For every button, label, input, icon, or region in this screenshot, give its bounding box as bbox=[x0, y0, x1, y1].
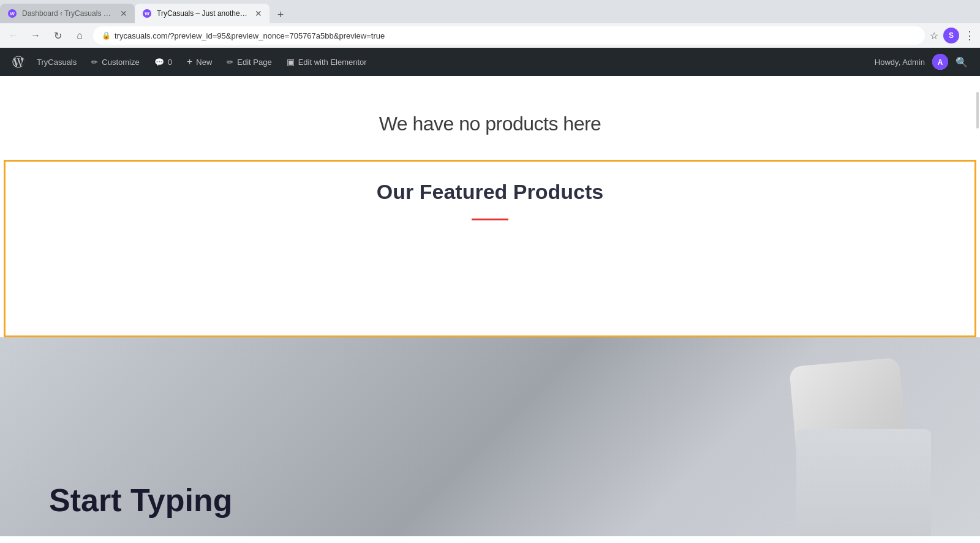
wp-search-button[interactable]: 🔍 bbox=[951, 48, 973, 76]
new-tab-button[interactable]: + bbox=[272, 6, 289, 23]
svg-text:W: W bbox=[10, 11, 15, 17]
elementor-label: Edit with Elementor bbox=[298, 58, 367, 67]
home-button[interactable]: ⌂ bbox=[71, 27, 88, 44]
browser-tab-2[interactable]: W TryCasuals – Just another WordP... ✕ bbox=[135, 4, 270, 23]
customize-icon: ✏ bbox=[91, 58, 98, 67]
admin-avatar[interactable]: A bbox=[932, 54, 948, 70]
new-label: New bbox=[196, 58, 212, 67]
wp-admin-bar: TryCasuals ✏ Customize 💬 0 + New ✏ Edit … bbox=[0, 48, 980, 76]
elementor-icon: ▣ bbox=[287, 57, 295, 67]
forward-button[interactable]: → bbox=[27, 27, 44, 44]
person-body-shape bbox=[796, 429, 931, 536]
address-bar: ← → ↻ ⌂ 🔒 trycasuals.com/?preview_id=95&… bbox=[0, 23, 980, 48]
wp-site-name-label: TryCasuals bbox=[37, 58, 77, 67]
refresh-button[interactable]: ↻ bbox=[49, 27, 66, 44]
tab1-close[interactable]: ✕ bbox=[120, 9, 127, 18]
browser-menu-button[interactable]: ⋮ bbox=[964, 29, 975, 42]
comments-icon: 💬 bbox=[154, 58, 164, 67]
profile-avatar[interactable]: S bbox=[943, 28, 959, 43]
wp-edit-page[interactable]: ✏ Edit Page bbox=[219, 48, 279, 76]
featured-products-section: Our Featured Products bbox=[4, 160, 976, 337]
wp-logo[interactable] bbox=[7, 51, 29, 73]
wp-comments[interactable]: 💬 0 bbox=[147, 48, 179, 76]
featured-products-title: Our Featured Products bbox=[18, 180, 962, 204]
tab-bar: W Dashboard ‹ TryCasuals — Word... ✕ W T… bbox=[0, 0, 980, 23]
wp-customize[interactable]: ✏ Customize bbox=[84, 48, 146, 76]
page-content: We have no products here Our Featured Pr… bbox=[0, 76, 980, 536]
wp-admin-right: Howdy, Admin A 🔍 bbox=[870, 48, 973, 76]
browser-tab-1[interactable]: W Dashboard ‹ TryCasuals — Word... ✕ bbox=[0, 4, 135, 23]
url-text: trycasuals.com/?preview_id=95&preview_no… bbox=[115, 31, 916, 40]
new-icon: + bbox=[187, 56, 192, 67]
howdy-text: Howdy, Admin bbox=[870, 58, 930, 67]
edit-page-icon: ✏ bbox=[227, 58, 233, 67]
comments-count: 0 bbox=[168, 58, 172, 67]
tab2-label: TryCasuals – Just another WordP... bbox=[157, 9, 247, 18]
wp-elementor[interactable]: ▣ Edit with Elementor bbox=[279, 48, 374, 76]
wp-site-name[interactable]: TryCasuals bbox=[29, 48, 84, 76]
no-products-title: We have no products here bbox=[12, 113, 968, 135]
browser-chrome: W Dashboard ‹ TryCasuals — Word... ✕ W T… bbox=[0, 0, 980, 48]
person-image-overlay bbox=[441, 337, 980, 536]
tab2-close[interactable]: ✕ bbox=[255, 9, 262, 18]
svg-text:W: W bbox=[145, 11, 149, 17]
featured-divider bbox=[472, 219, 508, 220]
page-scrollbar[interactable] bbox=[975, 92, 980, 141]
bottom-section: Start Typing bbox=[0, 337, 980, 536]
url-input[interactable]: 🔒 trycasuals.com/?preview_id=95&preview_… bbox=[93, 26, 925, 45]
customize-label: Customize bbox=[102, 58, 139, 67]
bookmark-button[interactable]: ☆ bbox=[930, 30, 938, 42]
back-button[interactable]: ← bbox=[5, 27, 22, 44]
lock-icon: 🔒 bbox=[102, 31, 111, 40]
wp-new[interactable]: + New bbox=[179, 48, 219, 76]
scroll-handle[interactable] bbox=[976, 92, 979, 129]
tab1-favicon: W bbox=[7, 9, 17, 18]
tab2-favicon: W bbox=[142, 9, 152, 18]
no-products-section: We have no products here bbox=[0, 76, 980, 160]
svg-text:A: A bbox=[938, 58, 943, 67]
bottom-section-title: Start Typing bbox=[49, 483, 232, 518]
tab1-label: Dashboard ‹ TryCasuals — Word... bbox=[22, 9, 113, 18]
edit-page-label: Edit Page bbox=[237, 58, 271, 67]
